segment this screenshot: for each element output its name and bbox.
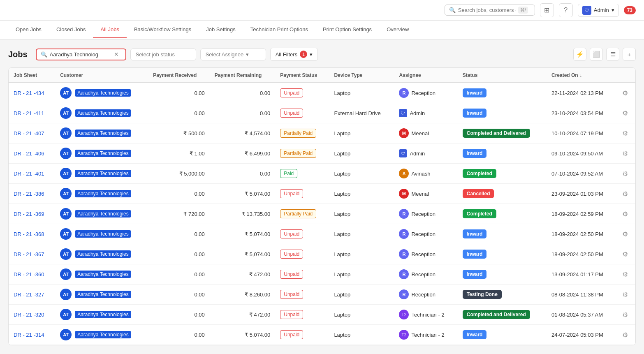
cell-job-sheet[interactable]: DR - 21 -401 bbox=[9, 164, 55, 184]
assignee-name: Admin bbox=[410, 110, 425, 116]
customer-name[interactable]: Aaradhya Technologies bbox=[75, 89, 131, 97]
global-search-box[interactable]: 🔍 ⌘/ bbox=[445, 5, 535, 16]
cell-job-sheet[interactable]: DR - 21 -360 bbox=[9, 264, 55, 285]
customer-name[interactable]: Aaradhya Technologies bbox=[75, 210, 131, 217]
assignee-name: Reception bbox=[411, 231, 436, 237]
assignee-select-label: Select Assignee bbox=[206, 51, 244, 58]
all-filters-button[interactable]: All Filters 1 ▾ bbox=[270, 48, 318, 61]
cell-status: Testing Done bbox=[458, 285, 547, 305]
cell-job-sheet[interactable]: DR - 21 -368 bbox=[9, 224, 55, 244]
payment-status-badge: Unpaid bbox=[280, 250, 303, 259]
filter-preset-button[interactable]: ⚡ bbox=[573, 48, 586, 61]
customer-avatar: AT bbox=[60, 268, 72, 280]
row-settings-button[interactable]: ⚙ bbox=[622, 251, 628, 258]
tab-open-jobs[interactable]: Open Jobs bbox=[8, 21, 49, 38]
row-settings-button[interactable]: ⚙ bbox=[622, 190, 628, 197]
clear-search-button[interactable]: ✕ bbox=[114, 51, 119, 57]
customer-name[interactable]: Aaradhya Technologies bbox=[75, 291, 131, 298]
tab-closed-jobs[interactable]: Closed Jobs bbox=[49, 21, 93, 38]
cell-job-sheet[interactable]: DR - 21 -327 bbox=[9, 285, 55, 305]
grid-view-button[interactable]: ⊞ bbox=[540, 3, 554, 17]
customer-search-filter[interactable]: 🔍 ✕ bbox=[36, 49, 126, 60]
sort-arrow-icon[interactable]: ↓ bbox=[579, 72, 582, 78]
admin-menu[interactable]: 🛡 Admin ▾ bbox=[578, 4, 619, 17]
customer-name[interactable]: Aaradhya Technologies bbox=[75, 109, 131, 117]
cell-status: Inward bbox=[458, 244, 547, 264]
row-settings-button[interactable]: ⚙ bbox=[622, 150, 628, 157]
table-row: DR - 21 -411 AT Aaradhya Technologies 0.… bbox=[9, 103, 635, 123]
cell-created-on: 09-10-2024 09:50 AM bbox=[547, 143, 617, 164]
customer-name[interactable]: Aaradhya Technologies bbox=[75, 130, 131, 137]
cell-customer: AT Aaradhya Technologies bbox=[55, 83, 148, 103]
cell-job-sheet[interactable]: DR - 21 -320 bbox=[9, 305, 55, 325]
cell-job-sheet[interactable]: DR - 21 -407 bbox=[9, 123, 55, 143]
cell-payment-status: Unpaid bbox=[275, 184, 329, 204]
customer-name[interactable]: Aaradhya Technologies bbox=[75, 271, 131, 278]
col-device-type: Device Type bbox=[329, 68, 394, 83]
customer-name[interactable]: Aaradhya Technologies bbox=[75, 190, 131, 197]
tab-job-settings[interactable]: Job Settings bbox=[199, 21, 243, 38]
payment-status-badge: Unpaid bbox=[280, 270, 303, 279]
assignee-name: Reception bbox=[411, 292, 436, 298]
col-job-sheet: Job Sheet bbox=[9, 68, 55, 83]
customer-avatar: AT bbox=[60, 289, 72, 300]
tab-overview[interactable]: Overview bbox=[379, 21, 416, 38]
customer-avatar: AT bbox=[60, 329, 72, 340]
row-settings-button[interactable]: ⚙ bbox=[622, 211, 628, 217]
customer-search-input[interactable] bbox=[50, 51, 111, 58]
customer-name[interactable]: Aaradhya Technologies bbox=[75, 250, 131, 258]
add-button[interactable]: + bbox=[623, 48, 636, 61]
cell-job-sheet[interactable]: DR - 21 -406 bbox=[9, 143, 55, 164]
columns-button[interactable]: ☰ bbox=[606, 48, 619, 61]
tab-technician-print-options[interactable]: Technician Print Options bbox=[243, 21, 315, 38]
cell-job-sheet[interactable]: DR - 21 -411 bbox=[9, 103, 55, 123]
cell-job-sheet[interactable]: DR - 21 -369 bbox=[9, 204, 55, 224]
row-settings-button[interactable]: ⚙ bbox=[622, 331, 628, 338]
tab-all-jobs[interactable]: All Jobs bbox=[93, 21, 127, 38]
status-select-dropdown[interactable]: Select job status bbox=[130, 49, 196, 60]
cell-payment-status: Unpaid bbox=[275, 285, 329, 305]
cell-actions: ⚙ bbox=[617, 204, 635, 224]
row-settings-button[interactable]: ⚙ bbox=[622, 110, 628, 117]
customer-name[interactable]: Aaradhya Technologies bbox=[75, 311, 131, 318]
table-row: DR - 21 -320 AT Aaradhya Technologies 0.… bbox=[9, 305, 635, 325]
customer-name[interactable]: Aaradhya Technologies bbox=[75, 331, 131, 338]
row-settings-button[interactable]: ⚙ bbox=[622, 90, 628, 97]
row-settings-button[interactable]: ⚙ bbox=[622, 231, 628, 238]
tab-print-option-settings[interactable]: Print Option Settings bbox=[315, 21, 379, 38]
payment-status-badge: Partially Paid bbox=[280, 129, 316, 138]
tab-navigation: Open Jobs Closed Jobs All Jobs Basic/Wor… bbox=[0, 21, 644, 39]
filter-active-count: 1 bbox=[300, 51, 307, 58]
help-button[interactable]: ? bbox=[559, 3, 573, 17]
assignee-name: Avinash bbox=[411, 171, 430, 177]
assignee-name: Technician - 2 bbox=[411, 332, 444, 338]
row-settings-button[interactable]: ⚙ bbox=[622, 271, 628, 278]
export-button[interactable]: ⬜ bbox=[590, 48, 603, 61]
cell-assignee: R Reception bbox=[394, 244, 457, 264]
row-settings-button[interactable]: ⚙ bbox=[622, 170, 628, 177]
table-row: DR - 21 -406 AT Aaradhya Technologies ₹ … bbox=[9, 143, 635, 164]
assignee-avatar: M bbox=[399, 128, 409, 138]
tab-basic-workflow-settings[interactable]: Basic/Workflow Settings bbox=[127, 21, 199, 38]
cell-job-sheet[interactable]: DR - 21 -314 bbox=[9, 325, 55, 345]
customer-name[interactable]: Aaradhya Technologies bbox=[75, 150, 131, 157]
assignee-name: Reception bbox=[411, 90, 436, 96]
cell-actions: ⚙ bbox=[617, 164, 635, 184]
cell-job-sheet[interactable]: DR - 21 -367 bbox=[9, 244, 55, 264]
global-search-input[interactable] bbox=[458, 7, 516, 13]
notification-badge[interactable]: 73 bbox=[624, 6, 636, 14]
row-settings-button[interactable]: ⚙ bbox=[622, 130, 628, 137]
assignee-select-dropdown[interactable]: Select Assignee ▾ bbox=[200, 49, 266, 60]
row-settings-button[interactable]: ⚙ bbox=[622, 291, 628, 298]
cell-device-type: Laptop bbox=[329, 204, 394, 224]
assignee-name: Reception bbox=[411, 251, 436, 257]
customer-name[interactable]: Aaradhya Technologies bbox=[75, 170, 131, 177]
cell-created-on: 13-09-2024 01:17 PM bbox=[547, 264, 617, 285]
cell-job-sheet[interactable]: DR - 21 -434 bbox=[9, 83, 55, 103]
customer-name[interactable]: Aaradhya Technologies bbox=[75, 230, 131, 238]
cell-created-on: 18-09-2024 02:50 PM bbox=[547, 224, 617, 244]
row-settings-button[interactable]: ⚙ bbox=[622, 311, 628, 318]
cell-job-sheet[interactable]: DR - 21 -386 bbox=[9, 184, 55, 204]
cell-created-on: 01-08-2024 05:37 AM bbox=[547, 305, 617, 325]
all-filters-label: All Filters bbox=[276, 51, 297, 58]
